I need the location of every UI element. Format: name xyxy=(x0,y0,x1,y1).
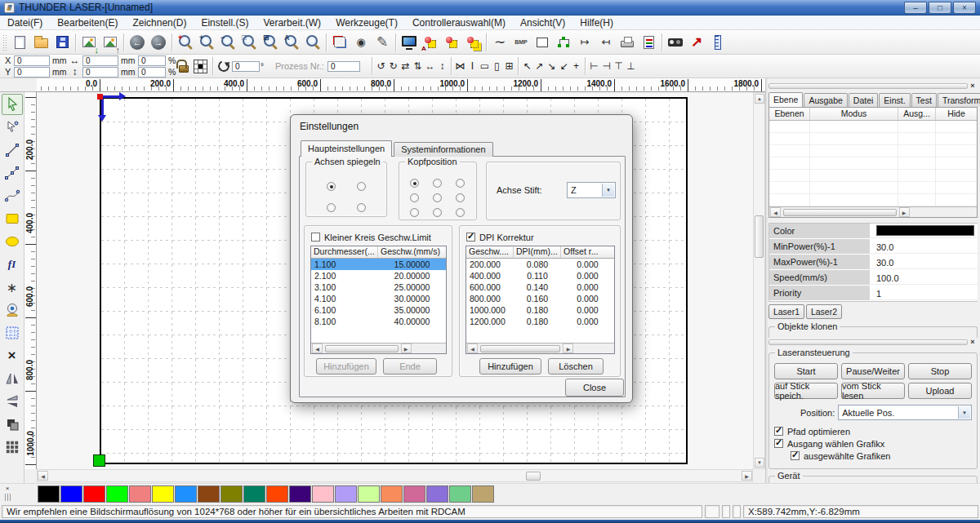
tab-haupteinstellungen[interactable]: Haupteinstellungen xyxy=(301,140,392,157)
palette-swatch[interactable] xyxy=(312,485,334,503)
kleiner-kreis-checkbox[interactable] xyxy=(311,233,320,242)
table-row[interactable]: 2.10020.00000 xyxy=(311,270,446,281)
align-top-right-icon[interactable]: ↗ xyxy=(533,57,546,75)
menu-zeichnen[interactable]: Zeichnen(D) xyxy=(125,17,194,29)
head-position-radio-4[interactable] xyxy=(410,193,419,202)
layer-color-swatch[interactable] xyxy=(876,225,974,236)
palette-swatch[interactable] xyxy=(243,485,265,503)
dpi-table[interactable]: Geschw.... DPI(mm)... Offset r... 200.00… xyxy=(466,246,615,354)
tab-transform[interactable]: Transform. xyxy=(938,93,980,107)
axis-mirror-radio-4[interactable] xyxy=(357,203,366,212)
table-row[interactable]: 200.0000.0800.000 xyxy=(466,259,614,270)
distribute-bottom-icon[interactable]: ⊥ xyxy=(625,57,637,75)
grid-array-tool[interactable] xyxy=(2,322,23,343)
measure-ruler-icon[interactable] xyxy=(707,32,728,53)
laser2-button[interactable]: Laser2 xyxy=(806,304,842,319)
ende-button[interactable]: Ende xyxy=(383,358,437,375)
zoom-all-icon[interactable]: ⊞ xyxy=(260,32,281,53)
axis-mirror-radio-1[interactable] xyxy=(327,182,336,191)
laser-pointer-icon[interactable]: ↗ xyxy=(686,32,707,53)
menu-bearbeiten[interactable]: Bearbeiten(E) xyxy=(50,17,125,29)
redo-icon[interactable]: → xyxy=(148,32,169,53)
grid-place-icon[interactable]: ⊞ xyxy=(503,57,515,75)
table-row[interactable]: 6.10035.00000 xyxy=(311,304,446,316)
palette-swatch[interactable] xyxy=(83,485,105,503)
table-row[interactable]: 4.10030.00000 xyxy=(311,293,446,304)
palette-swatch[interactable] xyxy=(472,485,494,503)
same-height-icon[interactable]: ▯ xyxy=(491,57,503,75)
palette-swatch[interactable] xyxy=(129,485,151,503)
close-dialog-button[interactable]: Close xyxy=(565,379,624,397)
point-tool[interactable]: ∗ xyxy=(2,277,23,298)
tab-ausgabe[interactable]: Ausgabe xyxy=(804,93,847,107)
start-button[interactable]: Start xyxy=(774,363,838,379)
palette-swatch[interactable] xyxy=(266,485,288,503)
dropdown-arrow-icon[interactable]: ▼ xyxy=(602,184,614,197)
palette-handle[interactable]: × xyxy=(2,485,12,503)
palette-swatch[interactable] xyxy=(426,485,448,503)
select-frame-icon[interactable] xyxy=(329,32,350,53)
priority-value[interactable]: 1 xyxy=(871,286,978,300)
distribute-top-icon[interactable]: ⊤ xyxy=(612,57,625,75)
tab-systeminformationen[interactable]: Systeminformationen xyxy=(394,142,492,157)
palette-swatch[interactable] xyxy=(106,485,128,503)
dropdown-arrow-icon[interactable]: ▼ xyxy=(958,406,970,419)
palette-swatch[interactable] xyxy=(38,485,60,503)
tab-datei[interactable]: Datei xyxy=(849,93,879,107)
scrollbar-thumb[interactable] xyxy=(526,472,541,481)
vom-stick-lesen-button[interactable]: vom Stick lesen xyxy=(841,383,905,399)
head-position-radio-5[interactable] xyxy=(433,193,442,202)
menu-verarbeiten[interactable]: Verarbeit.(W) xyxy=(256,17,328,29)
palette-swatch[interactable] xyxy=(175,485,197,503)
scroll-up-icon[interactable]: ▲ xyxy=(755,94,764,104)
scrollbar-thumb[interactable] xyxy=(755,215,764,258)
table-scrollbar[interactable]: ◀▶ xyxy=(311,343,446,353)
camera-tool[interactable] xyxy=(2,299,23,321)
undo-icon[interactable]: ← xyxy=(127,32,148,53)
zoom-out-icon[interactable]: − xyxy=(217,32,238,53)
polyline-tool[interactable] xyxy=(2,162,23,184)
dpi-korrektur-checkbox[interactable]: ✓ xyxy=(466,233,475,242)
ausgewaehlte-grafiken-checkbox[interactable]: ✓ xyxy=(791,451,800,460)
achse-stift-select[interactable]: Z ▼ xyxy=(567,182,616,198)
minimize-button[interactable]: – xyxy=(904,2,927,14)
tab-ebene[interactable]: Ebene xyxy=(768,92,803,107)
axis-mirror-radio-3[interactable] xyxy=(327,203,336,212)
process-number-input[interactable]: 0 xyxy=(327,61,360,72)
canvas-vertical-scrollbar[interactable]: ▲ ▼ xyxy=(753,92,765,469)
bezier-tool[interactable] xyxy=(2,185,23,206)
lock-ratio-icon[interactable] xyxy=(179,60,189,73)
zoom-origin-icon[interactable]: + xyxy=(175,32,196,53)
table-row[interactable]: 600.0000.1400.000 xyxy=(466,281,614,293)
rotate-left-icon[interactable]: ↺ xyxy=(375,57,387,75)
palette-swatch[interactable] xyxy=(220,485,243,503)
mirror-vertical-tool[interactable] xyxy=(2,391,23,412)
palette-swatch[interactable] xyxy=(60,485,82,503)
select-tool[interactable] xyxy=(2,94,23,115)
zoom-page-icon[interactable]: □ xyxy=(238,32,260,53)
scroll-down-icon[interactable]: ▼ xyxy=(755,458,764,468)
toolbar-grip[interactable] xyxy=(2,34,7,51)
canvas-horizontal-scrollbar[interactable]: ◀ ▶ xyxy=(37,469,753,482)
offset-tool[interactable] xyxy=(2,414,23,435)
menu-einstellungen[interactable]: Einstell.(S) xyxy=(194,17,256,29)
hinzufuegen-button-disabled[interactable]: Hinzufügen xyxy=(316,358,376,375)
mirror-center-v-icon[interactable]: ↕ xyxy=(436,57,448,75)
axis-mirror-radio-2[interactable] xyxy=(357,182,366,191)
tab-test[interactable]: Test xyxy=(911,93,937,107)
x-input[interactable]: 0 xyxy=(14,55,50,66)
zoom-in-icon[interactable]: + xyxy=(196,32,217,53)
table-row[interactable]: 1200.0000.1800.000 xyxy=(466,316,614,327)
palette-swatch[interactable] xyxy=(198,485,220,503)
same-width-icon[interactable]: ▭ xyxy=(479,57,491,75)
color-list-icon[interactable] xyxy=(638,32,659,53)
array-copy-tool[interactable] xyxy=(2,437,23,458)
align-center-icon[interactable]: + xyxy=(570,57,582,75)
panel-close-icon[interactable]: × xyxy=(968,338,978,346)
align-bottom-right-icon[interactable]: ↘ xyxy=(546,57,558,75)
rotate-input[interactable]: 0 xyxy=(232,61,260,72)
max-power-value[interactable]: 30.0 xyxy=(871,255,978,269)
space-horizontal-icon[interactable]: ↦ xyxy=(574,32,595,53)
save-file-icon[interactable] xyxy=(51,32,73,53)
laser1-button[interactable]: Laser1 xyxy=(768,304,804,319)
